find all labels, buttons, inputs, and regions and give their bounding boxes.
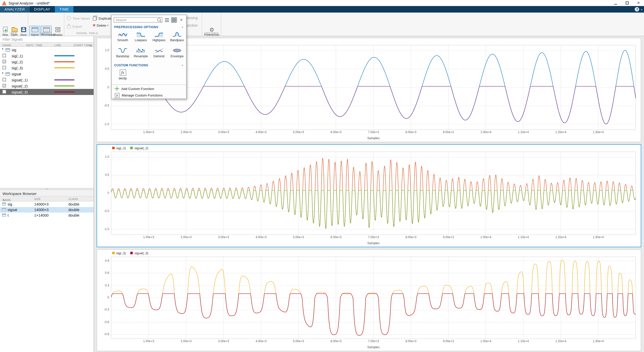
chevron-down-icon[interactable]: ▾ <box>641 8 642 11</box>
workspace-row[interactable]: sig 14000×3 double <box>0 202 94 207</box>
plot-checkbox[interactable] <box>3 60 6 63</box>
signal-analyzer-window: Signal Analyzer - untitled* ✕ ANALYZER D… <box>0 0 644 352</box>
collapse-arrow-icon[interactable]: ▼ <box>2 72 4 75</box>
duplicate-button[interactable]: Duplicate <box>93 16 112 21</box>
x-tick-label: 7.00e+3 <box>366 340 381 343</box>
x-tick-label: 4.00e+3 <box>253 131 269 134</box>
x-tick-label: 9.00e+3 <box>441 340 456 343</box>
signal-row[interactable]: sigsat(:,1) <box>0 77 94 83</box>
x-tick-label: 1.10e+4 <box>516 131 531 134</box>
toolstrip-tab-bar: ANALYZER DISPLAY TIME ? ▾ <box>0 6 644 13</box>
plot-checkbox[interactable] <box>3 84 6 87</box>
y-tick-label: 0 <box>97 191 109 194</box>
legend-label: sigsat(:,3) <box>135 251 148 255</box>
line-style-sample <box>54 85 74 86</box>
envelope-icon <box>172 47 182 54</box>
gallery-item-bandstop[interactable]: Bandstop <box>114 47 132 62</box>
collapse-arrow-icon[interactable]: ▼ <box>2 48 4 51</box>
bandstop-icon <box>118 47 128 54</box>
line-style-sample <box>54 79 74 80</box>
manage-custom-functions-button[interactable]: fx Manage Custom Functions <box>112 92 186 98</box>
time-values-button[interactable]: Time Values <box>66 16 90 21</box>
new-button[interactable]: New <box>1 26 10 36</box>
legend-label: sigsat(:,2) <box>135 146 148 150</box>
workspace-row[interactable]: sigsat 14000×3 double <box>0 207 94 213</box>
plot-checkbox[interactable] <box>3 90 6 93</box>
signal-table-rows: ▼ sig sig(:,1) sig(:,2) sig(:,3) ▼ <box>0 47 94 95</box>
filter-signals-input[interactable]: Filter Signals <box>0 37 94 42</box>
legend-color-swatch <box>131 252 133 254</box>
x-axis-label: Samples <box>363 241 383 245</box>
open-button[interactable]: Open <box>10 26 19 36</box>
toolstrip: New Open Save ▾ FILE Signal Table <box>0 13 644 36</box>
delete-x-icon: ✕ <box>93 24 96 27</box>
delete-button[interactable]: ✕ Delete ▾ <box>93 24 108 27</box>
grid-view-button[interactable] <box>171 17 177 23</box>
display-panel-2-selected[interactable]: 1.00e+32.00e+33.00e+34.00e+35.00e+36.00e… <box>97 144 641 247</box>
plot-checkbox[interactable] <box>3 66 6 69</box>
y-tick-label: 1.0 <box>97 49 109 52</box>
x-tick-label: 8.00e+3 <box>403 340 418 343</box>
signal-group-row[interactable]: ▼ sigsat <box>0 71 94 77</box>
close-button[interactable]: ✕ <box>633 0 644 6</box>
collapse-section-icon[interactable]: ▴ <box>182 63 183 66</box>
tab-time[interactable]: TIME <box>55 6 74 13</box>
x-tick-label: 6.00e+3 <box>328 131 344 134</box>
x-tick-label: 6.00e+3 <box>328 340 344 343</box>
export-button[interactable]: Export <box>66 24 82 29</box>
preprocessing-gallery-popup: ✕ PREPROCESSING OPTIONS ▴ Smooth Lowpass… <box>111 15 187 99</box>
workspace-row[interactable]: t 1×14000 double <box>0 213 94 218</box>
display-panel-3[interactable]: 1.00e+32.00e+33.00e+34.00e+35.00e+36.00e… <box>97 249 641 351</box>
y-tick-label: 0 <box>97 296 109 299</box>
workspace-rows: sig 14000×3 double sigsat 14000×3 double… <box>0 202 94 218</box>
resample-icon <box>136 47 146 54</box>
toolbar-section-file: New Open Save ▾ FILE <box>0 13 28 36</box>
y-tick-label: -0.3 <box>97 308 109 311</box>
add-custom-function-button[interactable]: Add Custom Function <box>112 85 186 92</box>
gallery-item-declip[interactable]: fx declip <box>114 69 132 84</box>
add-plus-icon <box>115 86 119 91</box>
x-tick-label: 1.20e+4 <box>553 131 568 134</box>
x-tick-label: 8.00e+3 <box>403 236 418 239</box>
legend-label: sig(:,2) <box>116 146 126 150</box>
signal-row[interactable]: sig(:,3) <box>0 65 94 71</box>
toolbar-section-signal-table: Time Values Duplicate Export ✕ Delete ▾ … <box>64 13 111 36</box>
gallery-item-lowpass[interactable]: Lowpass <box>132 31 150 46</box>
x-tick-label: 5.00e+3 <box>291 131 306 134</box>
workspace-browser-icon <box>43 27 50 32</box>
tab-display[interactable]: DISPLAY <box>29 6 55 13</box>
gallery-item-highpass[interactable]: Highpass <box>150 31 168 46</box>
signal-row[interactable]: sig(:,1) <box>0 53 94 59</box>
close-icon[interactable]: ✕ <box>179 17 184 23</box>
y-tick-label: 0.9 <box>97 259 109 262</box>
plot-checkbox[interactable] <box>3 78 6 81</box>
signal-row[interactable]: sig(:,2) <box>0 59 94 65</box>
x-tick-label: 1.30e+4 <box>591 131 606 134</box>
minimize-button[interactable] <box>610 0 621 6</box>
help-icon[interactable]: ? <box>635 7 639 12</box>
x-tick-label: 6.00e+3 <box>328 236 344 239</box>
gallery-item-detrend[interactable]: Detrend <box>150 47 168 62</box>
tab-analyzer[interactable]: ANALYZER <box>0 6 29 13</box>
gallery-item-smooth[interactable]: Smooth <box>114 31 132 46</box>
y-tick-label: 0.3 <box>97 284 109 287</box>
gallery-item-bandpass[interactable]: Bandpass <box>168 31 186 46</box>
signal-group-row[interactable]: ▼ sig <box>0 47 94 53</box>
maximize-button[interactable] <box>621 0 633 6</box>
x-tick-label: 1.20e+4 <box>553 340 568 343</box>
divider <box>112 84 186 85</box>
search-input[interactable] <box>114 17 162 23</box>
list-view-button[interactable] <box>164 17 170 23</box>
workspace-browser-header: Workspace Browser <box>0 190 94 196</box>
preferences-button[interactable]: ⚙ Preferences <box>203 26 220 36</box>
gallery-item-resample[interactable]: Resample <box>132 47 150 62</box>
collapse-section-icon[interactable]: ▴ <box>182 25 183 28</box>
gallery-item-envelope[interactable]: Envelope <box>168 47 186 62</box>
plot-checkbox[interactable] <box>3 54 6 57</box>
maximize-icon <box>625 2 628 5</box>
signal-row[interactable]: sigsat(:,3) <box>0 89 94 95</box>
x-tick-label: 1.00e+3 <box>141 340 156 343</box>
display-grid-icon <box>55 27 60 32</box>
panel-splitter[interactable]: ••• <box>0 188 94 190</box>
signal-row[interactable]: sigsat(:,2) <box>0 83 94 89</box>
